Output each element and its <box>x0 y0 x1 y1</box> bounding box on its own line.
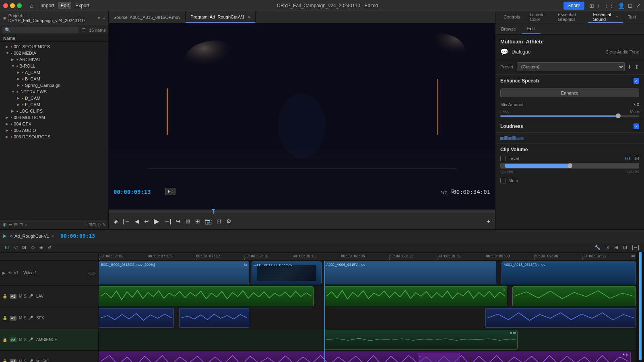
timecode-ruler[interactable]: 00:00:07:00 00:00:07:06 00:00:07:12 00:0… <box>99 253 636 261</box>
track-expand-icon[interactable]: ▶ <box>2 271 6 275</box>
search-input[interactable] <box>12 28 76 33</box>
lock-a2-icon[interactable]: 🔒 <box>2 316 7 320</box>
caption-icon[interactable]: ⊡ <box>628 2 633 9</box>
clip-a3-1[interactable]: ★ fx <box>324 330 518 350</box>
close-button[interactable] <box>3 3 8 8</box>
track-s-a2[interactable]: S <box>24 316 27 320</box>
tool-pen[interactable]: ✐ <box>46 244 54 251</box>
safe-margins-2-button[interactable]: ⊞ <box>195 218 200 224</box>
icon-view-icon[interactable]: ⊡ <box>19 222 23 227</box>
tab-controls[interactable]: Controls <box>499 11 525 23</box>
tab-close-icon[interactable]: ≡ <box>248 15 250 19</box>
clip-a2-3[interactable] <box>485 308 636 328</box>
tree-item-001-sequences[interactable]: ▶ ▪ 001 SEQUENCES <box>0 43 108 50</box>
tree-item-interviews[interactable]: ▼ ▪ INTERVIEWS <box>0 88 108 95</box>
level-slider-thumb[interactable] <box>568 163 572 168</box>
sort-options-icon[interactable]: ≡ <box>85 222 87 227</box>
level-slider-track[interactable] <box>500 163 639 169</box>
track-m-a4[interactable]: M <box>19 359 22 362</box>
mute-checkbox[interactable] <box>500 178 506 183</box>
zoom-icon[interactable]: ⊡⊡ <box>89 222 96 227</box>
lock-a3-icon[interactable]: 🔒 <box>2 337 7 342</box>
track-m-a3[interactable]: M <box>19 337 22 342</box>
audio-button[interactable]: ⊡ <box>217 218 221 224</box>
upload-icon[interactable]: ↑ <box>597 2 600 9</box>
loudness-checkbox[interactable] <box>634 123 639 129</box>
play-icon-small[interactable]: ▶ <box>3 233 6 239</box>
essential-sound-menu-icon[interactable]: ≡ <box>615 14 618 19</box>
clear-audio-type-button[interactable]: Clear Audio Type <box>605 49 639 54</box>
tab-text[interactable]: Text <box>623 11 641 23</box>
track-mic-a2[interactable]: 🎤 <box>28 316 33 320</box>
tool-nested[interactable]: ⊡ <box>604 244 611 251</box>
step-forward-button[interactable]: →| <box>164 218 171 224</box>
tree-item-bcam[interactable]: ▶ ▪ B_CAM <box>0 76 108 82</box>
track-m-a1[interactable]: M <box>19 294 22 298</box>
marker-icon[interactable]: ◇ <box>97 222 101 227</box>
tab-source[interactable]: Source: A001_A015_0815OF.mov <box>109 11 186 23</box>
tab-browse[interactable]: Browse <box>495 23 522 34</box>
preset-save-button[interactable]: ⬇ <box>627 64 632 70</box>
track-s-a4[interactable]: S <box>24 359 27 362</box>
clip-a4-1[interactable]: ♪ ★ fx <box>99 352 631 362</box>
icon-list-view[interactable]: ☰ <box>82 27 86 33</box>
tree-item-003-multicam[interactable]: ▶ ▪ 003 MULTICAM <box>0 114 108 121</box>
tool-linked[interactable]: ⊡ <box>621 244 629 251</box>
timeline-sequence-tab[interactable]: ✕ Ad_RoughCut-V1 ≡ <box>10 234 54 239</box>
list-icon[interactable]: ☰ <box>8 222 12 227</box>
tree-item-002-media[interactable]: ▼ ▪ 002 MEDIA <box>0 50 108 56</box>
shuttle-back-button[interactable]: ◀ <box>135 218 139 224</box>
tree-item-broll[interactable]: ▼ ▪ B-ROLL <box>0 63 108 69</box>
level-checkbox[interactable] <box>500 156 506 161</box>
tab-lumetri-color[interactable]: Lumetri Color <box>525 11 553 23</box>
menu-item-export[interactable]: Export <box>73 2 92 9</box>
step-back-button[interactable]: |← <box>123 218 130 224</box>
lock-a4-icon[interactable]: 🔒 <box>2 359 7 362</box>
tree-item-archival[interactable]: ▶ ▪ ARCHIVAL <box>0 56 108 63</box>
tool-wrench[interactable]: 🔧 <box>593 244 602 251</box>
clip-v1-4[interactable]: A001_A013_0815FN.mov <box>502 261 636 284</box>
lock-a1-icon[interactable]: 🔒 <box>2 294 7 298</box>
home-icon[interactable]: ⌂ <box>30 2 33 9</box>
clip-a1-1[interactable] <box>99 286 314 306</box>
clip-v1-3[interactable]: A001_A006_0815V.mov <box>324 261 496 284</box>
grid-icon[interactable]: ⋮⋮ <box>603 2 615 9</box>
tab-program[interactable]: Program: Ad_RoughCut-V1 ≡ <box>186 11 255 23</box>
grid-view-icon[interactable]: ⊞ <box>14 222 18 227</box>
track-mic-a4[interactable]: 🎤 <box>28 359 33 362</box>
sort-icon[interactable]: ○ <box>25 222 27 227</box>
progress-bar[interactable] <box>109 210 495 213</box>
menu-item-edit[interactable]: Edit <box>58 2 71 9</box>
tool-rolling[interactable]: ◈ <box>38 244 45 251</box>
track-mic-a3[interactable]: 🎤 <box>28 337 33 342</box>
enhance-speech-checkbox[interactable] <box>634 78 639 84</box>
track-s-a3[interactable]: S <box>24 337 27 342</box>
project-menu-icon[interactable]: ≡ <box>97 16 100 21</box>
clip-a1-2[interactable]: fx <box>324 286 507 306</box>
camera-button[interactable]: 📷 <box>205 218 212 224</box>
pencil-icon[interactable]: ✎ <box>102 222 106 227</box>
tool-select[interactable]: ⊡ <box>3 244 10 251</box>
settings-button[interactable]: ⚙ <box>226 218 231 224</box>
music-subclip[interactable]: ♪ <box>418 353 460 362</box>
tool-razor[interactable]: ◁ <box>12 244 19 251</box>
tree-item-004-gfx[interactable]: ▶ ▪ 004 GFX <box>0 121 108 127</box>
track-s-a1[interactable]: S <box>24 294 27 298</box>
tool-ripple[interactable]: ◇ <box>29 244 36 251</box>
tree-item-spring[interactable]: ▶ ▪ Spring_Campaign <box>0 82 108 88</box>
share-button[interactable]: Share <box>564 2 584 10</box>
tab-essential-graphics[interactable]: Essential Graphics <box>553 11 588 23</box>
add-track-button[interactable]: + <box>487 218 490 224</box>
tool-multitrack[interactable]: ⊞ <box>613 244 620 251</box>
play-button[interactable]: ▶ <box>154 217 159 226</box>
loop-button[interactable]: ↪ <box>176 218 181 224</box>
tree-item-logclips[interactable]: ▶ ▪ LOG CLIPS <box>0 108 108 114</box>
clip-a2-2[interactable] <box>179 308 249 328</box>
clip-v1-2[interactable]: A001_A011_0815V.mov <box>252 261 322 284</box>
menu-item-import[interactable]: Import <box>38 2 56 9</box>
preset-load-button[interactable]: ⬆ <box>634 64 639 70</box>
search-box[interactable]: 🔍 <box>2 27 78 33</box>
new-item-icon[interactable]: ⊕ <box>2 222 7 228</box>
preset-select[interactable]: (Custom) <box>517 62 625 71</box>
sequence-menu-icon[interactable]: ≡ <box>52 234 54 238</box>
